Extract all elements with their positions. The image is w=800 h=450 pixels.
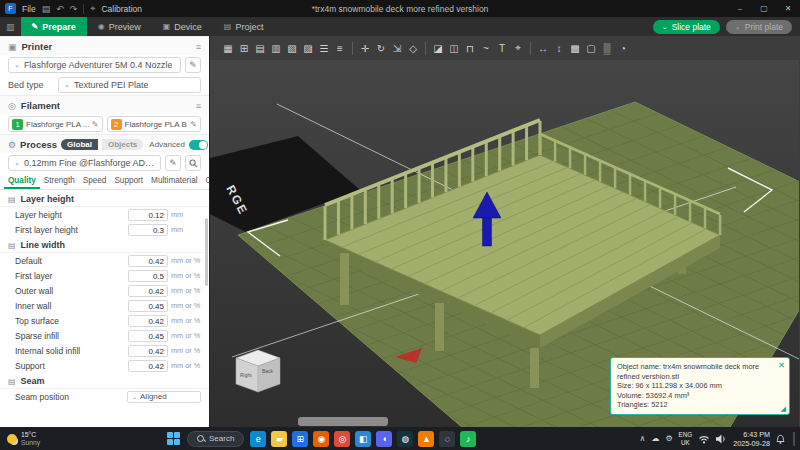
process-tab-others[interactable]: Others	[202, 173, 210, 189]
advanced-toggle[interactable]	[189, 140, 208, 150]
wifi-icon[interactable]	[698, 434, 710, 444]
filament-settings-icon[interactable]: ≡	[196, 101, 201, 111]
info-close-icon[interactable]: ✕	[778, 360, 785, 371]
setting-value-input[interactable]: 0.45	[128, 330, 168, 342]
filament-slot[interactable]: 1Flashforge PLA ...✎	[8, 116, 103, 132]
minimize-button[interactable]: –	[728, 0, 752, 17]
app-icon-edge[interactable]: e	[250, 431, 266, 447]
text-tool-icon[interactable]: T	[494, 40, 510, 56]
measure-icon[interactable]: ⌖	[510, 40, 526, 56]
process-tab-speed[interactable]: Speed	[79, 173, 111, 189]
edit-printer-icon[interactable]: ✎	[185, 57, 201, 73]
search-box[interactable]: Search	[187, 431, 244, 447]
app-icon-chrome[interactable]: ◎	[334, 431, 350, 447]
bed-type-dropdown[interactable]: ⌄ Textured PEI Plate	[58, 77, 201, 93]
filament-section-header[interactable]: ◎ Filament ≡	[0, 95, 209, 114]
tab-device[interactable]: ▣ Device	[152, 17, 213, 36]
rotate-icon[interactable]: ↻	[373, 40, 389, 56]
assembly-view-icon[interactable]: ▢	[583, 40, 599, 56]
setting-value-input[interactable]: 0.3	[128, 224, 168, 236]
printer-preset-dropdown[interactable]: ⌄ Flashforge Adventurer 5M 0.4 Nozzle	[8, 57, 181, 73]
setting-value-input[interactable]: 0.42	[128, 255, 168, 267]
volume-icon[interactable]	[716, 434, 727, 444]
process-tab-strength[interactable]: Strength	[40, 173, 79, 189]
setting-value-input[interactable]: 0.45	[128, 300, 168, 312]
close-button[interactable]: ✕	[776, 0, 800, 17]
slice-plate-button[interactable]: ⌄ Slice plate	[653, 20, 720, 34]
arrange-plate-icon[interactable]: ▥	[268, 40, 284, 56]
lay-on-face-icon[interactable]: ◇	[405, 40, 421, 56]
slice-dropdown-icon[interactable]: ⌄	[662, 23, 668, 31]
section-header[interactable]: ▤Line width	[0, 237, 209, 253]
clock-widget[interactable]: 6:43 PM 2025-09-28	[733, 430, 770, 448]
calibration-menu[interactable]: Calibration	[101, 4, 142, 14]
new-project-icon[interactable]: ▤	[42, 4, 51, 14]
app-icon-firefox[interactable]: ◉	[313, 431, 329, 447]
navigation-cube[interactable]: Right Back	[236, 350, 280, 392]
notification-bell-icon[interactable]	[776, 434, 785, 444]
process-objects-segment[interactable]: Objects	[102, 139, 143, 150]
app-icon-media[interactable]: ♪	[460, 431, 476, 447]
support-paint-icon[interactable]: ⊓	[462, 40, 478, 56]
setting-value-input[interactable]: 0.12	[128, 209, 168, 221]
printer-settings-icon[interactable]: ≡	[196, 42, 201, 52]
plate-name-tab[interactable]	[298, 417, 388, 426]
process-tab-quality[interactable]: Quality	[4, 173, 40, 189]
viewport-3d[interactable]: ▦⊞▤▥▧▨☰≡✛↻⇲◇◪◫⊓~T⌖↔↕▩▢▒◔ RGE	[210, 36, 800, 427]
print-dropdown-icon[interactable]: ⌄	[735, 23, 741, 31]
weather-widget[interactable]: 15°C Sunny	[0, 431, 40, 447]
app-icon-vscode[interactable]: ◧	[355, 431, 371, 447]
edit-filament-icon[interactable]: ✎	[190, 120, 197, 129]
tab-project[interactable]: ▤ Project	[213, 17, 275, 36]
show-desktop-button[interactable]	[793, 432, 795, 446]
scale-icon[interactable]: ⇲	[389, 40, 405, 56]
app-icon-store[interactable]: ⊞	[292, 431, 308, 447]
language-switcher[interactable]: ENG UK	[679, 431, 693, 445]
process-global-segment[interactable]: Global	[61, 139, 98, 150]
app-icon-vlc[interactable]: ▲	[418, 431, 434, 447]
tab-prepare[interactable]: ✎ Prepare	[21, 17, 87, 36]
app-icon-file-explorer[interactable]: ▰	[271, 431, 287, 447]
app-icon-discord[interactable]: ◖	[376, 431, 392, 447]
edit-filament-icon[interactable]: ✎	[92, 120, 99, 129]
move-icon[interactable]: ✛	[357, 40, 373, 56]
orient-plate-icon[interactable]: ▨	[300, 40, 316, 56]
onedrive-cloud-icon[interactable]: ☁	[651, 434, 659, 443]
maximize-button[interactable]: ▢	[752, 0, 776, 17]
fuzzy-skin-icon[interactable]: ▒	[599, 40, 615, 56]
edit-process-icon[interactable]: ✎	[165, 155, 181, 171]
print-plate-button[interactable]: ⌄ Print plate	[726, 20, 792, 34]
fill-bed-icon[interactable]: ▩	[567, 40, 583, 56]
auto-arrange-icon[interactable]: ▤	[252, 40, 268, 56]
setting-value-input[interactable]: 0.5	[128, 270, 168, 282]
mirror-icon[interactable]: ↔	[535, 40, 551, 56]
section-header[interactable]: ▤Layer height	[0, 191, 209, 207]
sidebar-scrollbar[interactable]	[205, 218, 208, 286]
process-tab-multimaterial[interactable]: Multimaterial	[147, 173, 201, 189]
process-tab-support[interactable]: Support	[110, 173, 147, 189]
auto-orient-icon[interactable]: ▧	[284, 40, 300, 56]
start-button[interactable]	[167, 432, 181, 446]
app-icon-obs[interactable]: ◌	[439, 431, 455, 447]
redo-icon[interactable]: ↷	[70, 4, 78, 14]
search-settings-icon[interactable]	[185, 155, 201, 171]
process-preset-dropdown[interactable]: ⌄ 0.12mm Fine @Flashforge AD5M 0.4 Nozz.…	[8, 155, 161, 171]
process-section-header[interactable]: ⚙ Process Global Objects Advanced	[0, 134, 209, 153]
settings-tray-icon[interactable]: ⚙	[665, 434, 672, 443]
filament-color-swatch[interactable]: 1	[12, 119, 23, 130]
tray-chevron-up-icon[interactable]: ∧	[640, 434, 646, 443]
setting-value-input[interactable]: 0.42	[128, 285, 168, 297]
timelapse-icon[interactable]: ◔	[615, 40, 631, 56]
add-plate-icon[interactable]: ⊞	[236, 40, 252, 56]
setting-value-input[interactable]: 0.42	[128, 360, 168, 372]
filament-slot[interactable]: 2Flashforge PLA Ba...✎	[107, 116, 202, 132]
sidebar-toggle-icon[interactable]: ▥	[0, 22, 21, 32]
setting-value-input[interactable]: 0.42	[128, 345, 168, 357]
seam-paint-icon[interactable]: ~	[478, 40, 494, 56]
section-header[interactable]: ▤Seam	[0, 373, 209, 389]
split-to-parts-icon[interactable]: ≡	[332, 40, 348, 56]
split-to-objects-icon[interactable]: ☰	[316, 40, 332, 56]
setting-value-input[interactable]: 0.42	[128, 315, 168, 327]
printer-section-header[interactable]: ▣ Printer ≡	[0, 36, 209, 55]
undo-icon[interactable]: ↶	[56, 4, 64, 14]
